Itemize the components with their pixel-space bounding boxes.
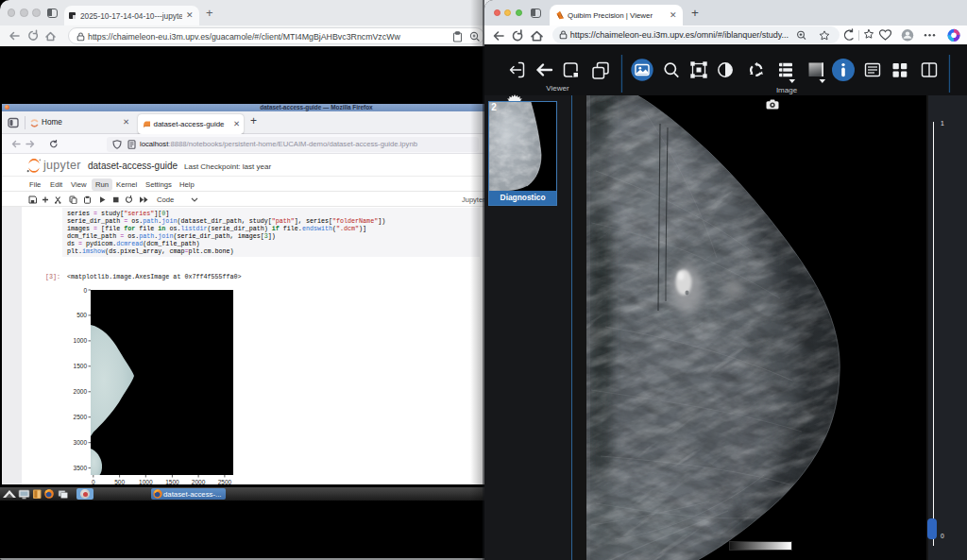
- svg-text:2500: 2500: [74, 414, 88, 420]
- svg-text:2000: 2000: [74, 388, 88, 395]
- svg-text:0: 0: [83, 287, 87, 294]
- svg-text:3000: 3000: [74, 439, 88, 446]
- svg-text:1500: 1500: [74, 363, 88, 369]
- svg-text:1000: 1000: [139, 479, 153, 485]
- svg-text:1500: 1500: [165, 479, 179, 485]
- svg-text:2000: 2000: [192, 479, 206, 485]
- svg-text:500: 500: [76, 312, 87, 318]
- svg-text:2500: 2500: [218, 479, 232, 485]
- svg-text:0: 0: [92, 479, 95, 485]
- svg-text:3500: 3500: [74, 465, 88, 471]
- svg-text:500: 500: [114, 479, 125, 485]
- svg-text:1000: 1000: [74, 337, 88, 344]
- svg-text:Image: Image: [776, 86, 798, 94]
- svg-text:Viewer: Viewer: [546, 84, 569, 93]
